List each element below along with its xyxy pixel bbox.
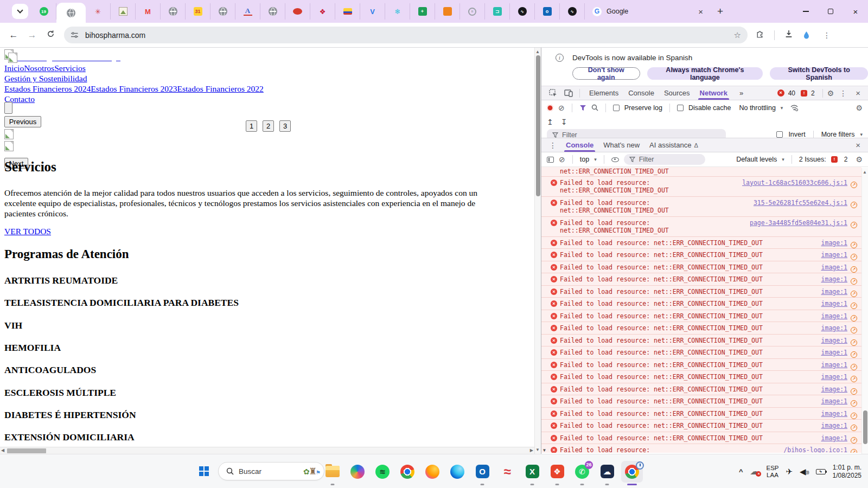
ai-insight-icon[interactable]: ↗ (851, 425, 857, 431)
extensions-button[interactable] (755, 29, 764, 41)
inspect-element-button[interactable] (547, 89, 560, 97)
error-count-icon[interactable]: × (777, 89, 784, 97)
dark-s-tab-2[interactable]: ∿ (560, 3, 585, 20)
tab-search-button[interactable] (12, 4, 28, 19)
notification-button[interactable]: Don't show again (572, 67, 640, 80)
console-sidebar-icon[interactable] (547, 157, 554, 163)
export-har-icon[interactable]: ↧ (561, 118, 567, 126)
console-error-row[interactable]: ×Failed to load resource: net::ERR_CONNE… (541, 408, 861, 420)
console-filter-input[interactable]: Filter (624, 154, 705, 165)
more-filters-button[interactable]: More filters (821, 131, 855, 138)
console-source-link[interactable]: image:1 (821, 324, 847, 332)
console-error-row[interactable]: ×Failed to load resource:net::ERR_CONNEC… (541, 197, 861, 217)
console-error-row[interactable]: ×Failed to load resource: net::ERR_CONNE… (541, 310, 861, 323)
console-source-link[interactable]: image:1 (821, 410, 847, 418)
invert-checkbox[interactable] (776, 131, 783, 138)
vertical-scrollbar[interactable]: ▲ ▼ (534, 48, 541, 454)
disable-cache-checkbox[interactable] (677, 105, 684, 111)
forward-button[interactable]: → (23, 30, 41, 41)
photo-tab[interactable] (111, 3, 136, 20)
network-settings-gear-icon[interactable]: ⚙ (856, 104, 863, 112)
new-tab-button[interactable]: + (711, 5, 730, 17)
dark-s-tab-1[interactable]: ∿ (510, 3, 535, 20)
ai-insight-icon[interactable]: ↗ (851, 327, 857, 333)
console-source-link[interactable]: image:1 (821, 312, 847, 320)
ai-insight-icon[interactable]: ↗ (851, 339, 857, 346)
console-source-link[interactable]: 315-5e26281fc55e62e4.js:1 (754, 199, 847, 207)
sparkle-tab[interactable]: ✳ (86, 3, 111, 20)
tab-sources[interactable]: Sources (659, 86, 695, 100)
console-error-row[interactable]: ×Failed to load resource: net::ERR_CONNE… (541, 346, 861, 359)
more-tabs-button[interactable]: » (735, 86, 748, 100)
ai-insight-icon[interactable]: ↗ (851, 254, 857, 260)
minimize-button[interactable] (793, 0, 818, 23)
issues-icon[interactable]: ! (801, 90, 807, 97)
console-source-link[interactable]: image:1 (821, 337, 847, 344)
disable-cache-label[interactable]: Disable cache (688, 104, 731, 112)
page-number-button[interactable]: 3 (279, 120, 291, 132)
issue-count[interactable]: 2 (811, 89, 815, 97)
taskbar-file-explorer[interactable] (326, 465, 340, 479)
previous-button[interactable]: Previous (4, 116, 41, 127)
ai-insight-icon[interactable]: ↗ (851, 266, 857, 273)
taskbar-whatsapp[interactable]: ✆26 (575, 465, 589, 479)
taskbar-firefox[interactable] (425, 465, 439, 479)
taskbar-chrome[interactable] (400, 465, 414, 479)
device-toolbar-button[interactable] (562, 89, 575, 97)
volume-icon[interactable]: ◀))) (800, 467, 809, 477)
taskbar-edge[interactable] (450, 465, 464, 479)
drawer-tab-console[interactable]: Console (561, 138, 598, 152)
ai-insight-icon[interactable]: ↗ (851, 202, 857, 208)
scroll-down-icon[interactable]: ▼ (535, 447, 540, 452)
throttling-select[interactable]: No throttling (739, 104, 775, 112)
console-settings-gear-icon[interactable]: ⚙ (856, 155, 863, 164)
maximize-button[interactable] (818, 0, 843, 23)
tab-network[interactable]: Network (695, 86, 732, 100)
v-logo-tab[interactable]: V (360, 3, 385, 20)
console-source-link[interactable]: image:1 (821, 373, 847, 381)
onedrive-tray-icon[interactable]: ☁× (750, 466, 759, 477)
serif-a-tab[interactable]: A (235, 3, 260, 20)
tab-google[interactable]: G Google × (585, 0, 711, 23)
scroll-up-icon[interactable]: ▲ (535, 49, 540, 54)
console-source-link[interactable]: image:1 (821, 361, 847, 369)
search-decoration-image[interactable]: ✿♜⚑ (303, 466, 320, 477)
console-source-link[interactable]: image:1 (821, 300, 847, 307)
taskbar-onedrive[interactable]: ☁ (600, 465, 614, 479)
taskbar-search[interactable]: Buscar ✿♜⚑ (218, 462, 324, 480)
empty-link-underline[interactable] (116, 54, 120, 61)
orange-cube-tab[interactable] (435, 3, 460, 20)
levels-select[interactable]: Default levels (736, 156, 777, 163)
clear-console-icon[interactable]: ⊘ (559, 155, 565, 164)
taskbar-outlook[interactable]: O (475, 465, 489, 479)
console-error-row[interactable]: ×Failed to load resource: net::ERR_CONNE… (541, 432, 861, 445)
empty-button[interactable] (4, 102, 12, 114)
scroll-right-icon[interactable]: ▶ (530, 448, 533, 453)
taskbar-recoverit[interactable]: ❖ (550, 465, 564, 479)
page-nav-link[interactable]: Estados Financieros 2024Estados Financie… (4, 84, 264, 94)
ai-insight-icon[interactable]: ↗ (851, 376, 857, 382)
expand-caret-icon[interactable]: ▼ (543, 447, 546, 453)
ai-insight-icon[interactable]: ↗ (851, 182, 857, 188)
colombia-flag-tab[interactable] (335, 3, 360, 20)
empty-link-underline[interactable] (52, 54, 112, 61)
close-button[interactable]: × (843, 0, 868, 23)
taskbar-expressvpn[interactable]: ≈ (500, 465, 514, 479)
network-search-icon[interactable] (591, 104, 598, 111)
console-source-link[interactable]: image:1 (821, 251, 847, 259)
ai-insight-icon[interactable]: ↗ (851, 291, 857, 297)
globe-tab-3[interactable] (260, 3, 285, 20)
console-error-row[interactable]: ×Failed to load resource: net::ERR_CONNE… (541, 335, 861, 347)
invert-label[interactable]: Invert (788, 131, 805, 138)
page-number-button[interactable]: 2 (263, 120, 274, 132)
extension-drop-icon[interactable] (803, 31, 810, 40)
taskbar-copilot[interactable] (350, 465, 365, 479)
console-scrollbar[interactable]: ▲ (861, 168, 868, 454)
ai-insight-icon[interactable]: ↗ (851, 315, 857, 322)
taskbar-excel[interactable]: X (525, 465, 539, 479)
ai-insight-icon[interactable]: ↗ (851, 449, 857, 453)
globe-tab-1[interactable] (161, 3, 186, 20)
start-button[interactable] (196, 464, 212, 479)
scrollbar-thumb[interactable] (863, 410, 867, 444)
tab-elements[interactable]: Elements (584, 86, 623, 100)
